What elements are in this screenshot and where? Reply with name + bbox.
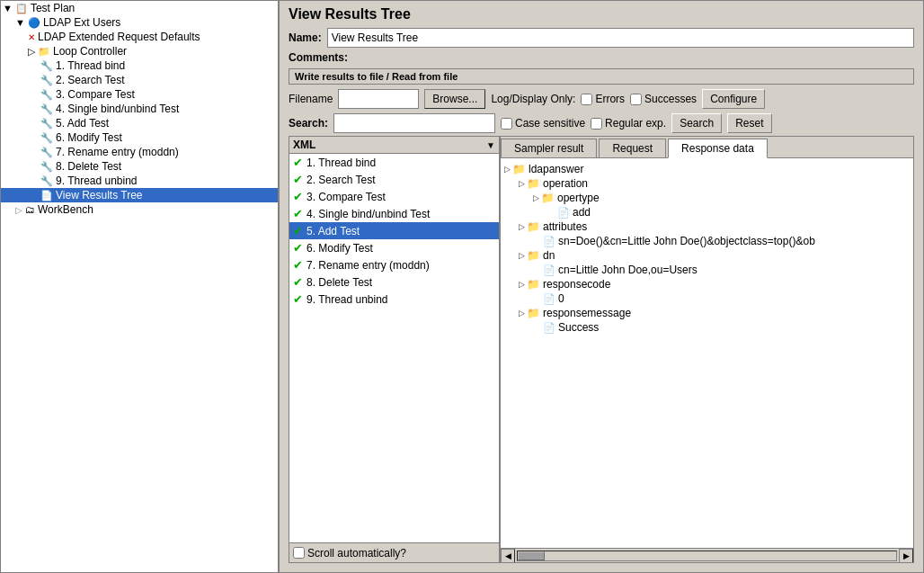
result-tab-response[interactable]: Response data (668, 139, 768, 158)
left-tree-item[interactable]: ▼🔵LDAP Ext Users (1, 15, 278, 30)
errors-checkbox[interactable] (581, 94, 592, 105)
case-sensitive-checkbox[interactable] (501, 118, 512, 130)
regular-exp-label[interactable]: Regular exp. (591, 117, 666, 130)
scroll-left-arrow[interactable]: ◀ (501, 549, 515, 563)
check-icon: ✔ (293, 292, 303, 306)
scroll-auto-checkbox[interactable] (293, 547, 305, 559)
left-tree-item[interactable]: 🔧6. Modify Test (1, 130, 278, 145)
folder-icon: 📁 (527, 177, 540, 190)
xml-list-item[interactable]: ✔4. Single bind/unbind Test (289, 205, 499, 222)
search-button[interactable]: Search (671, 113, 722, 133)
node-row[interactable]: 📄Success (504, 320, 910, 335)
xml-list-item[interactable]: ✔3. Compare Test (289, 188, 499, 205)
expand-icon[interactable]: ▷ (519, 280, 525, 289)
node-row[interactable]: ▷📁ldapanswer (504, 162, 910, 176)
expand-icon[interactable]: ▷ (519, 251, 525, 260)
left-tree-item[interactable]: 🔧1. Thread bind (1, 58, 278, 73)
result-tab-sampler[interactable]: Sampler result (501, 139, 597, 157)
xml-item-label: 3. Compare Test (307, 191, 386, 203)
left-tree-item[interactable]: 🔧2. Search Test (1, 73, 278, 87)
case-sensitive-label[interactable]: Case sensitive (501, 117, 585, 130)
node-label: attributes (543, 220, 587, 233)
content-area: XML ▼ ✔1. Thread bind✔2. Search Test✔3. … (289, 137, 913, 562)
node-row[interactable]: ▷📁responsemessage (504, 306, 910, 320)
hscroll-track[interactable] (517, 551, 897, 561)
expand-icon[interactable]: ▷ (519, 222, 525, 231)
node-label: add (573, 206, 591, 219)
left-tree-item[interactable]: ✕LDAP Extended Request Defaults (1, 30, 278, 44)
expand-icon[interactable]: ▷ (504, 165, 511, 174)
file-section-bar: Write results to file / Read from file (289, 68, 914, 85)
node-label: ldapanswer (529, 163, 583, 175)
node-row[interactable]: ▷📁dn (504, 248, 910, 263)
xml-list-item[interactable]: ✔5. Add Test (289, 222, 499, 239)
errors-checkbox-label[interactable]: Errors (581, 93, 625, 105)
node-row[interactable]: ▷📁responsecode (504, 277, 910, 291)
left-tree-item[interactable]: 🔧5. Add Test (1, 116, 278, 130)
check-icon: ✔ (293, 241, 303, 255)
horizontal-scroll: ◀ ▶ (501, 548, 913, 562)
left-tree-item[interactable]: 🔧7. Rename entry (moddn) (1, 145, 278, 159)
node-row[interactable]: 📄sn=Doe()&cn=Little John Doe()&objectcla… (504, 234, 910, 248)
tree-item-label: LDAP Ext Users (43, 16, 120, 29)
node-row[interactable]: 📄0 (504, 291, 910, 306)
xml-item-label: 8. Delete Test (307, 276, 372, 289)
expand-icon[interactable]: ▷ (533, 193, 539, 202)
node-label: 0 (558, 292, 564, 305)
tree-item-label: 2. Search Test (56, 74, 125, 86)
scroll-right-arrow[interactable]: ▶ (899, 549, 913, 563)
xml-item-label: 1. Thread bind (307, 157, 376, 169)
left-tree-item[interactable]: ▼📋Test Plan (1, 1, 278, 15)
left-tree-item[interactable]: 🔧9. Thread unbind (1, 174, 278, 188)
scroll-auto-label[interactable]: Scroll automatically? (293, 547, 406, 560)
filename-input[interactable] (338, 89, 419, 109)
xml-list-item[interactable]: ✔2. Search Test (289, 171, 499, 188)
check-icon: ✔ (293, 224, 303, 237)
search-input[interactable] (333, 113, 495, 133)
reset-button[interactable]: Reset (727, 113, 771, 133)
panel-title: View Results Tree (280, 1, 923, 26)
xml-list-item[interactable]: ✔6. Modify Test (289, 239, 499, 256)
xml-item-label: 6. Modify Test (307, 242, 373, 255)
xml-dropdown-arrow[interactable]: ▼ (486, 140, 495, 150)
regular-exp-checkbox[interactable] (591, 118, 602, 130)
node-row[interactable]: 📄add (504, 205, 910, 219)
node-label: Success (558, 321, 599, 334)
tree-item-label: 9. Thread unbind (56, 175, 138, 187)
folder-icon: 📁 (541, 192, 555, 204)
configure-button[interactable]: Configure (702, 89, 765, 109)
node-row[interactable]: 📄cn=Little John Doe,ou=Users (504, 263, 910, 277)
filename-label: Filename (289, 93, 333, 105)
successes-checkbox-label[interactable]: Successes (630, 93, 697, 105)
result-tab-request[interactable]: Request (599, 139, 666, 157)
check-icon: ✔ (293, 173, 303, 186)
hscroll-thumb[interactable] (518, 551, 545, 560)
left-tree-item[interactable]: ▷🗂WorkBench (1, 202, 278, 217)
xml-list-item[interactable]: ✔9. Thread unbind (289, 291, 499, 308)
left-tree-item[interactable]: 📄View Results Tree (1, 188, 278, 202)
expand-icon[interactable]: ▷ (519, 179, 525, 188)
xml-list-item[interactable]: ✔8. Delete Test (289, 273, 499, 291)
left-tree-item[interactable]: 🔧8. Delete Test (1, 159, 278, 174)
name-row: Name: (280, 26, 923, 49)
expand-icon[interactable]: ▷ (519, 309, 525, 318)
folder-icon: 📁 (512, 163, 526, 175)
search-row: Search: Case sensitive Regular exp. Sear… (280, 111, 923, 136)
tree-item-label: View Results Tree (56, 189, 143, 201)
xml-list-item[interactable]: ✔1. Thread bind (289, 154, 499, 171)
browse-button[interactable]: Browse... (424, 89, 485, 109)
name-input[interactable] (327, 28, 914, 48)
node-row[interactable]: ▷📁opertype (504, 191, 910, 205)
left-tree-item[interactable]: ▷📁Loop Controller (1, 44, 278, 58)
node-row[interactable]: ▷📁attributes (504, 219, 910, 234)
node-row[interactable]: ▷📁operation (504, 176, 910, 191)
right-panel: View Results Tree Name: Comments: Write … (280, 1, 923, 572)
xml-list-item[interactable]: ✔7. Rename entry (moddn) (289, 256, 499, 273)
check-icon: ✔ (293, 258, 303, 272)
xml-item-label: 7. Rename entry (moddn) (307, 259, 430, 272)
log-display-label: Log/Display Only: (491, 93, 575, 105)
successes-checkbox[interactable] (630, 94, 642, 105)
left-tree-item[interactable]: 🔧3. Compare Test (1, 87, 278, 102)
node-label: responsemessage (543, 307, 631, 319)
left-tree-item[interactable]: 🔧4. Single bind/unbind Test (1, 102, 278, 116)
